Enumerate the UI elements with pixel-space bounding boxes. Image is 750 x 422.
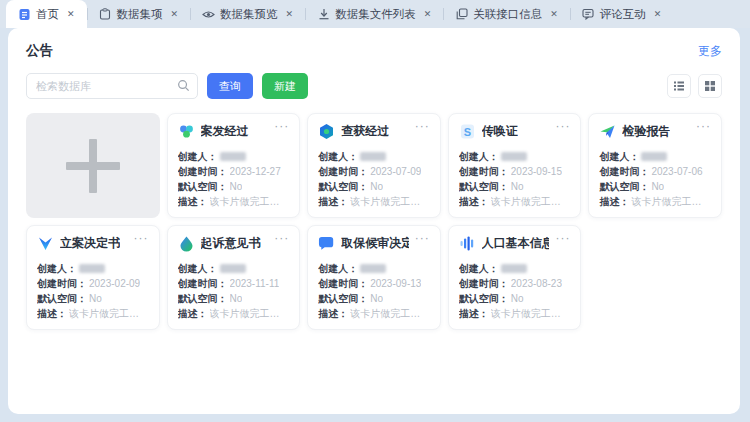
creator-label: 创建人： (37, 261, 77, 276)
description-value: 该卡片做完工作空间的展示 (350, 306, 430, 321)
grid-view-button[interactable] (698, 74, 722, 98)
dataset-card[interactable]: 检验报告 ··· 创建人： 创建时间： 2023-07-06 默认空间： No … (588, 113, 722, 218)
tab-关联接口信息[interactable]: 关联接口信息 ✕ (443, 0, 570, 28)
description-value: 该卡片做完工作空间的展示 (491, 306, 571, 321)
blue-s-doc-icon: S (459, 123, 476, 140)
close-icon[interactable]: ✕ (654, 10, 662, 19)
blue-v-icon (37, 235, 54, 252)
default-space-value: No (230, 291, 243, 306)
default-space-label: 默认空间： (318, 291, 368, 306)
create-button[interactable]: 新建 (262, 73, 308, 99)
more-options-icon[interactable]: ··· (274, 123, 289, 129)
created-time-value: 2023-07-06 (651, 164, 702, 179)
more-options-icon[interactable]: ··· (415, 123, 430, 129)
creator-redacted-value (79, 264, 105, 273)
dataset-card[interactable]: 取保候审决定书 ··· 创建人： 创建时间： 2023-09-13 默认空间： … (307, 225, 441, 330)
close-icon[interactable]: ✕ (171, 10, 179, 19)
description-label: 描述： (318, 306, 348, 321)
description-label: 描述： (178, 194, 208, 209)
dataset-card[interactable]: 案发经过 ··· 创建人： 创建时间： 2023-12-27 默认空间： No … (167, 113, 301, 218)
default-space-label: 默认空间： (599, 179, 649, 194)
default-space-value: No (370, 291, 383, 306)
creator-label: 创建人： (178, 261, 218, 276)
creator-label: 创建人： (599, 149, 639, 164)
page-title: 公告 (26, 42, 53, 60)
dataset-card[interactable]: 立案决定书 ··· 创建人： 创建时间： 2023-02-09 默认空间： No… (26, 225, 160, 330)
more-options-icon[interactable]: ··· (696, 123, 711, 129)
description-value: 该卡片做完工作空间的展示 (210, 194, 290, 209)
card-title: 起诉意见书 (201, 235, 261, 252)
created-time-value: 2023-12-27 (230, 164, 281, 179)
description-value: 该卡片做完工作空间的展示 (491, 194, 571, 209)
creator-redacted-value (360, 264, 386, 273)
tab-评论互动[interactable]: 评论互动 ✕ (570, 0, 674, 28)
grid-view-icon (704, 80, 716, 92)
tab-label: 数据集文件列表 (335, 7, 416, 22)
created-time-label: 创建时间： (318, 276, 368, 291)
plus-icon (66, 139, 120, 193)
creator-redacted-value (220, 264, 246, 273)
description-label: 描述： (459, 306, 489, 321)
search-input[interactable] (26, 73, 198, 99)
more-options-icon[interactable]: ··· (134, 235, 149, 241)
search-icon (177, 79, 190, 92)
equalizer-icon (459, 235, 476, 252)
eye-icon (202, 8, 215, 21)
description-value: 该卡片做完工作空间的展示 (350, 194, 430, 209)
created-time-label: 创建时间： (178, 164, 228, 179)
default-space-label: 默认空间： (459, 179, 509, 194)
more-options-icon[interactable]: ··· (555, 123, 570, 129)
created-time-value: 2023-08-23 (511, 276, 562, 291)
more-options-icon[interactable]: ··· (274, 235, 289, 241)
download-icon (317, 8, 330, 21)
chat-bubble-icon (318, 235, 335, 252)
default-space-label: 默认空间： (178, 179, 228, 194)
close-icon[interactable]: ✕ (286, 10, 294, 19)
close-icon[interactable]: ✕ (67, 10, 75, 19)
close-icon[interactable]: ✕ (424, 10, 432, 19)
clipboard-icon (99, 8, 112, 21)
tab-label: 数据集项 (117, 7, 163, 22)
creator-label: 创建人： (459, 261, 499, 276)
created-time-label: 创建时间： (37, 276, 87, 291)
card-title: 取保候审决定书 (341, 235, 409, 252)
created-time-value: 2023-02-09 (89, 276, 140, 291)
query-button[interactable]: 查询 (207, 73, 253, 99)
description-label: 描述： (37, 306, 67, 321)
main-panel: 公告 更多 查询 新建 (8, 28, 740, 414)
description-label: 描述： (178, 306, 208, 321)
more-link[interactable]: 更多 (698, 43, 722, 60)
default-space-label: 默认空间： (37, 291, 87, 306)
add-card-button[interactable] (26, 113, 160, 218)
default-space-label: 默认空间： (318, 179, 368, 194)
tab-数据集项[interactable]: 数据集项 ✕ (87, 0, 191, 28)
dataset-card[interactable]: 起诉意见书 ··· 创建人： 创建时间： 2023-11-11 默认空间： No… (167, 225, 301, 330)
dataset-card[interactable]: S 传唤证 ··· 创建人： 创建时间： 2023-09-15 默认空间： No… (448, 113, 582, 218)
default-space-value: No (511, 291, 524, 306)
tab-label: 关联接口信息 (473, 7, 542, 22)
tab-数据集文件列表[interactable]: 数据集文件列表 ✕ (305, 0, 443, 28)
comment-icon (582, 8, 595, 21)
tab-首页[interactable]: 首页 ✕ (6, 0, 87, 28)
tab-bar: 首页 ✕ 数据集项 ✕ 数据集预览 ✕ 数据集文件列表 ✕ 关联接口信息 ✕ 评… (0, 0, 750, 28)
created-time-label: 创建时间： (178, 276, 228, 291)
creator-label: 创建人： (459, 149, 499, 164)
creator-label: 创建人： (178, 149, 218, 164)
tab-数据集预览[interactable]: 数据集预览 ✕ (190, 0, 305, 28)
description-label: 描述： (459, 194, 489, 209)
created-time-label: 创建时间： (459, 276, 509, 291)
dataset-card[interactable]: 人口基本信息 ··· 创建人： 创建时间： 2023-08-23 默认空间： N… (448, 225, 582, 330)
close-icon[interactable]: ✕ (550, 10, 558, 19)
tab-label: 首页 (36, 7, 59, 22)
list-view-button[interactable] (667, 74, 691, 98)
card-title: 立案决定书 (60, 235, 120, 252)
description-value: 该卡片做完工作空间的展示 (631, 194, 711, 209)
svg-text:S: S (464, 126, 471, 138)
document-icon (18, 8, 31, 21)
dataset-card[interactable]: 查获经过 ··· 创建人： 创建时间： 2023-07-09 默认空间： No … (307, 113, 441, 218)
paper-plane-icon (599, 123, 616, 140)
more-options-icon[interactable]: ··· (555, 235, 570, 241)
default-space-value: No (89, 291, 102, 306)
droplet-icon (178, 235, 195, 252)
more-options-icon[interactable]: ··· (415, 235, 430, 241)
